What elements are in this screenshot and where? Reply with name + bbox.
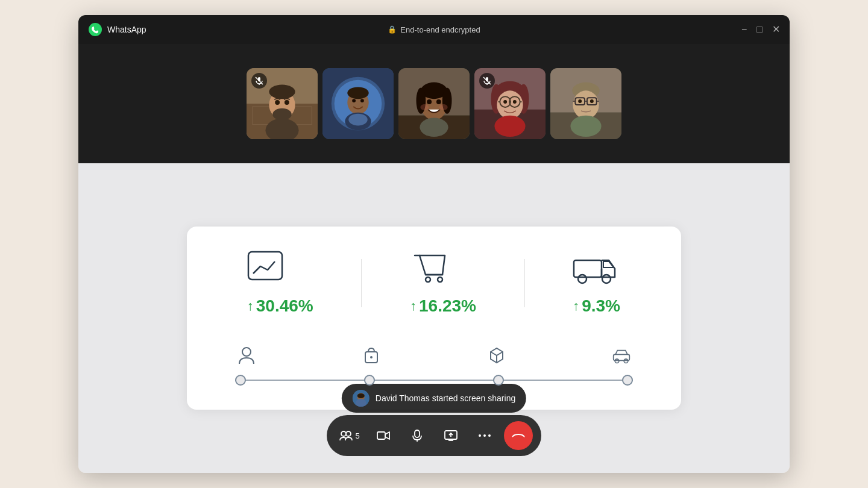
svg-point-66 <box>590 99 594 103</box>
timeline-icon-car <box>612 346 631 365</box>
svg-rect-70 <box>574 260 602 277</box>
svg-point-86 <box>341 431 346 436</box>
stat-value-1: ↑ 30.46% <box>247 296 313 316</box>
stat-value-2: ↑ 16.23% <box>410 296 476 316</box>
microphone-icon <box>412 430 422 442</box>
stat-number-2: 16.23% <box>419 296 476 316</box>
timeline-dot-2 <box>364 375 375 386</box>
svg-point-18 <box>347 87 368 99</box>
more-options-button[interactable] <box>470 421 499 450</box>
timeline-icon-box <box>488 346 506 365</box>
participant-strip <box>78 44 790 163</box>
timeline-track <box>235 375 633 386</box>
screen-share-toast: David Thomas started screen sharing <box>342 384 526 413</box>
svg-rect-89 <box>415 430 420 437</box>
svg-line-76 <box>491 352 497 355</box>
app-title: WhatsApp <box>107 25 146 34</box>
stat-divider-2 <box>524 259 525 307</box>
screenshare-button[interactable] <box>436 421 465 450</box>
svg-point-69 <box>438 277 442 282</box>
participant-tile-1[interactable] <box>247 68 318 139</box>
timeline-icon-bag <box>362 346 380 365</box>
mute-badge-4 <box>479 73 495 89</box>
svg-line-77 <box>497 352 503 355</box>
close-button[interactable]: ✕ <box>772 25 780 34</box>
svg-point-94 <box>483 434 486 437</box>
svg-point-22 <box>348 114 367 126</box>
call-controls: 5 <box>327 415 541 456</box>
stat-value-3: ↑ 9.3% <box>573 296 620 316</box>
end-call-button[interactable] <box>504 421 533 450</box>
chart-icon <box>247 251 289 287</box>
svg-point-35 <box>439 104 448 110</box>
participant-tile-4[interactable] <box>474 68 546 139</box>
participant-tile-2[interactable] <box>322 68 394 139</box>
svg-point-0 <box>89 23 102 36</box>
participants-icon <box>339 430 353 441</box>
timeline-icon-person <box>237 346 256 365</box>
participant-tile-5[interactable] <box>550 68 621 139</box>
stat-item-1: ↑ 30.46% <box>247 251 313 316</box>
timeline-icons <box>235 346 633 365</box>
participants-button[interactable]: 5 <box>335 421 364 450</box>
whatsapp-logo-icon <box>88 22 102 37</box>
minimize-button[interactable]: − <box>741 25 747 34</box>
app-window: WhatsApp 🔒 End-to-end endcrypted − □ ✕ <box>78 15 790 473</box>
stats-row: ↑ 30.46% ↑ 16.23% <box>223 251 645 316</box>
toast-avatar-image <box>353 390 370 407</box>
svg-point-7 <box>269 85 295 99</box>
svg-point-84 <box>357 393 365 398</box>
svg-point-87 <box>346 431 351 436</box>
video-button[interactable] <box>369 421 398 450</box>
brand: WhatsApp <box>88 22 146 37</box>
toast-avatar <box>353 390 370 407</box>
svg-point-50 <box>513 100 517 104</box>
truck-icon <box>573 251 621 287</box>
mute-badge-1 <box>251 73 267 89</box>
timeline-section <box>223 346 645 386</box>
svg-rect-88 <box>377 432 385 439</box>
participant-tile-3[interactable] <box>398 68 470 139</box>
stat-item-3: ↑ 9.3% <box>573 251 621 316</box>
encryption-indicator: 🔒 End-to-end endcrypted <box>388 25 480 34</box>
participant-avatar-5 <box>550 68 621 139</box>
video-icon <box>377 431 390 440</box>
svg-point-32 <box>427 99 432 104</box>
svg-point-59 <box>570 116 601 137</box>
stat-number-1: 30.46% <box>256 296 313 316</box>
svg-point-75 <box>370 356 373 358</box>
svg-point-95 <box>488 434 491 437</box>
stat-arrow-3: ↑ <box>573 298 579 314</box>
stat-divider-1 <box>361 259 362 307</box>
stat-arrow-2: ↑ <box>410 298 417 314</box>
microphone-button[interactable] <box>403 421 432 450</box>
svg-point-68 <box>426 277 430 282</box>
more-icon <box>479 434 491 437</box>
svg-point-33 <box>436 99 441 104</box>
muted-mic-icon-1 <box>255 77 263 85</box>
svg-point-72 <box>602 275 611 283</box>
screen-share-area: ↑ 30.46% ↑ 16.23% <box>78 163 790 473</box>
participants-count: 5 <box>355 431 359 440</box>
window-controls: − □ ✕ <box>741 25 780 34</box>
svg-point-31 <box>420 118 448 137</box>
title-bar: WhatsApp 🔒 End-to-end endcrypted − □ ✕ <box>78 15 790 44</box>
maximize-button[interactable]: □ <box>756 25 763 34</box>
svg-point-73 <box>242 348 251 356</box>
timeline-dot-1 <box>235 375 246 386</box>
stat-arrow-1: ↑ <box>247 298 254 314</box>
svg-point-43 <box>494 116 525 137</box>
muted-mic-icon-4 <box>483 77 491 85</box>
timeline-dots <box>235 375 633 386</box>
lock-icon: 🔒 <box>388 25 397 34</box>
svg-point-20 <box>360 99 364 102</box>
svg-point-34 <box>420 104 429 110</box>
svg-point-19 <box>352 99 356 102</box>
svg-point-10 <box>285 100 289 105</box>
timeline-dot-4 <box>622 375 633 386</box>
svg-point-65 <box>578 99 582 103</box>
stat-item-2: ↑ 16.23% <box>410 251 476 316</box>
svg-point-8 <box>272 108 291 120</box>
stat-number-3: 9.3% <box>582 296 620 316</box>
toast-message: David Thomas started screen sharing <box>376 393 515 403</box>
